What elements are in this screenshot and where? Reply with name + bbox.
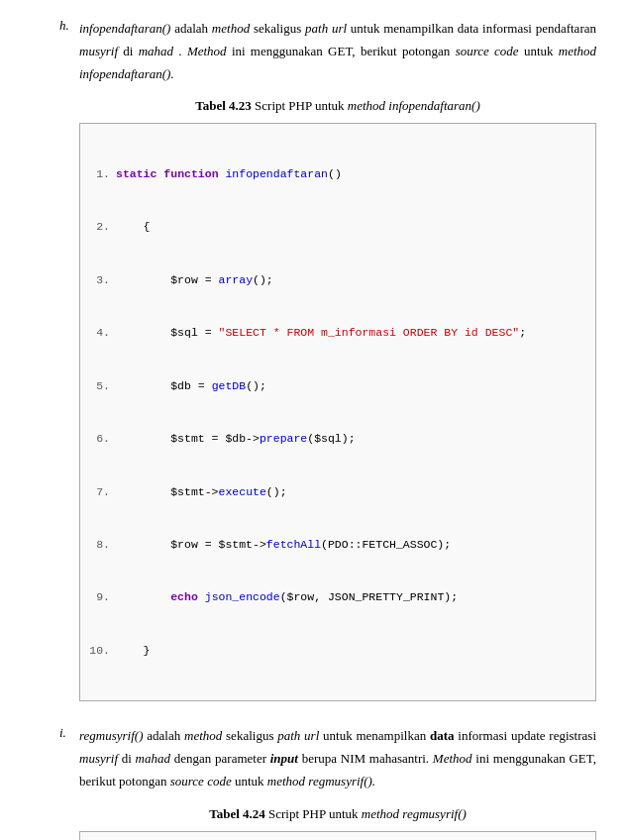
code-line: 3. $row = array(); (88, 271, 587, 289)
code-block-i: 1. static function regmusyrif($id) 2. { … (79, 831, 596, 840)
code-line: 5. $db = getDB(); (88, 377, 587, 395)
section-i-content: regmusyrif() adalah method sekaligus pat… (79, 725, 596, 840)
section-i-label: i. (59, 725, 79, 840)
section-i: i. regmusyrif() adalah method sekaligus … (59, 725, 596, 840)
code-line: 6. $stmt = $db->prepare($sql); (88, 430, 587, 448)
code-line: 8. $row = $stmt->fetchAll(PDO::FETCH_ASS… (88, 536, 587, 554)
caption-h: Tabel 4.23 Script PHP untuk method infop… (79, 95, 596, 117)
code-line: 10. } (88, 642, 587, 660)
code-line: 7. $stmt->execute(); (88, 483, 587, 501)
code-line: 1.static function infopendaftaran() (88, 165, 587, 183)
code-line: 4. $sql = "SELECT * FROM m_informasi ORD… (88, 324, 587, 342)
caption-i: Tabel 4.24 Script PHP untuk method regmu… (79, 803, 596, 825)
section-h: h. infopendaftaran() adalah method sekal… (59, 18, 596, 715)
method-name-h: infopendaftaran() (79, 21, 170, 36)
code-line: 2. { (88, 218, 587, 236)
section-h-label: h. (59, 18, 79, 715)
section-h-content: infopendaftaran() adalah method sekaligu… (79, 18, 596, 715)
code-block-h: 1.static function infopendaftaran() 2. {… (79, 123, 596, 701)
code-line: 9. echo json_encode($row, JSON_PRETTY_PR… (88, 588, 587, 606)
method-name-i: regmusyrif() (79, 728, 144, 743)
page-content: h. infopendaftaran() adalah method sekal… (59, 18, 596, 840)
